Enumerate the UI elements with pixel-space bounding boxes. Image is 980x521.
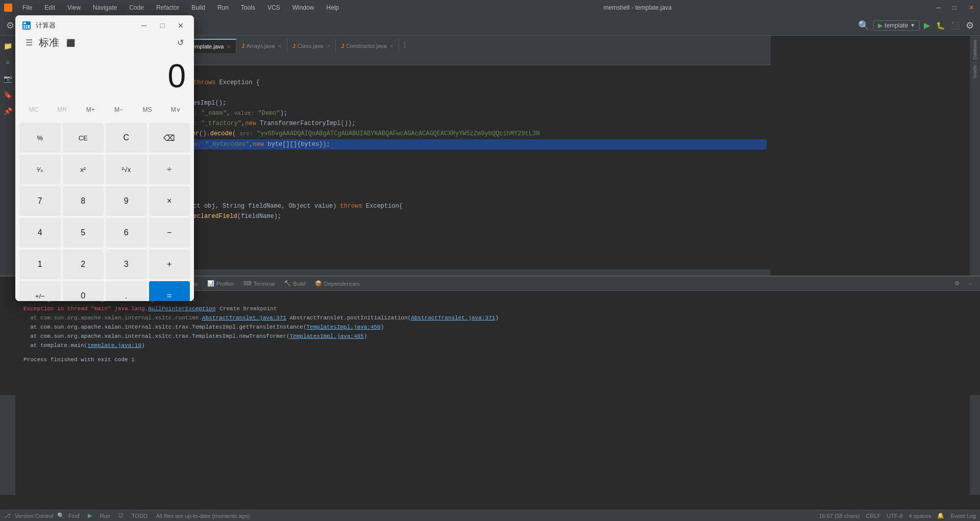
todo-status-icon[interactable]: ☑: [118, 512, 124, 519]
bottom-tab-build[interactable]: 🔨 Build: [280, 278, 309, 289]
calc-mplus-button[interactable]: M+: [76, 101, 105, 119]
calc-multiply-button[interactable]: ×: [149, 186, 190, 216]
run-button[interactable]: ▶: [922, 19, 932, 31]
maximize-button[interactable]: □: [951, 3, 959, 12]
find-status-label[interactable]: Find: [68, 513, 79, 519]
calc-maximize-button[interactable]: □: [155, 18, 169, 33]
calc-menu-icon[interactable]: ☰: [23, 36, 35, 49]
status-crlf[interactable]: CRLF: [866, 513, 881, 519]
menu-view[interactable]: View: [65, 3, 83, 12]
calc-6-button[interactable]: 6: [106, 218, 147, 247]
calc-2-button[interactable]: 2: [63, 250, 104, 279]
calc-decimal-button[interactable]: .: [106, 281, 147, 301]
menu-window[interactable]: Window: [290, 3, 316, 12]
toolbar-settings-icon[interactable]: ⚙: [4, 19, 16, 32]
sidebar-pin-icon[interactable]: 📌: [2, 105, 14, 117]
panel-settings-icon[interactable]: ⚙: [950, 278, 964, 289]
sidebar-bookmark-icon[interactable]: 🔖: [2, 89, 14, 101]
calc-reciprocal-button[interactable]: ¹⁄ₓ: [19, 155, 61, 184]
menu-build[interactable]: Build: [189, 3, 207, 12]
calc-mc-button[interactable]: MC: [19, 101, 48, 119]
menu-run[interactable]: Run: [215, 3, 231, 12]
calc-5-button[interactable]: 5: [63, 218, 104, 247]
run-config-selector[interactable]: ▶ template ▼: [873, 20, 920, 31]
calc-mr-button[interactable]: MR: [48, 101, 77, 119]
event-log-icon[interactable]: 🔔: [937, 512, 944, 519]
calc-ms-button[interactable]: MS: [133, 101, 162, 119]
find-status-icon[interactable]: 🔍: [57, 512, 64, 519]
stack3-link[interactable]: TemplatesImpl.java:485: [290, 333, 364, 339]
menu-edit[interactable]: Edit: [42, 3, 57, 12]
tab-close-2[interactable]: ✕: [227, 44, 231, 49]
status-vcs-text[interactable]: Version Control: [15, 513, 53, 519]
status-line-col[interactable]: 16:67 (58 chars): [819, 513, 860, 519]
tab-close-5[interactable]: ✕: [389, 43, 394, 49]
menu-help[interactable]: Help: [324, 3, 341, 12]
calc-square-button[interactable]: x²: [63, 155, 104, 184]
event-log-label[interactable]: Event Log: [950, 513, 976, 519]
bottom-tab-dependencies[interactable]: 📦 Dependencies: [311, 278, 364, 289]
calc-percent-button[interactable]: %: [19, 123, 61, 153]
calc-1-button[interactable]: 1: [19, 250, 61, 279]
sidebar-structure-icon[interactable]: ≡: [4, 56, 12, 68]
toolbar-search-icon[interactable]: 🔍: [856, 19, 871, 32]
calc-3-button[interactable]: 3: [106, 250, 147, 279]
run-status-icon[interactable]: ▶: [88, 512, 92, 519]
panel-collapse-icon[interactable]: −: [965, 279, 976, 289]
calc-divide-button[interactable]: ÷: [149, 155, 190, 184]
stack1-link[interactable]: AbstractTranslet.java:371: [202, 315, 286, 321]
stack2-link[interactable]: TemplatesImpl.java:458: [307, 324, 381, 330]
status-encoding[interactable]: UTF-8: [887, 513, 902, 519]
bottom-tab-profiler[interactable]: 📊 Profiler: [203, 278, 238, 289]
sidebar-project-icon[interactable]: 📁: [2, 40, 14, 52]
status-indent[interactable]: 4 spaces: [909, 513, 931, 519]
calc-row-4: 4 5 6 −: [19, 218, 190, 247]
error-link[interactable]: NullPointerException: [148, 306, 215, 312]
tab-close-4[interactable]: ✕: [326, 43, 330, 49]
calc-equals-button[interactable]: =: [149, 281, 190, 301]
create-breakpoint-text[interactable]: Create breakpoint: [219, 306, 277, 312]
debug-button[interactable]: 🐛: [934, 20, 947, 31]
tab-class[interactable]: J Class.java ✕: [287, 39, 336, 53]
menu-vcs[interactable]: VCS: [265, 3, 282, 12]
gear-icon[interactable]: ⚙: [964, 19, 976, 32]
calc-4-button[interactable]: 4: [19, 218, 61, 247]
tab-constructor[interactable]: J Constructor.java ✕: [336, 39, 399, 53]
calc-add-button[interactable]: +: [149, 250, 190, 279]
close-button[interactable]: ✕: [967, 3, 976, 12]
calc-c-button[interactable]: C: [106, 123, 147, 153]
calc-negate-button[interactable]: +/−: [19, 281, 61, 301]
calc-7-button[interactable]: 7: [19, 186, 61, 216]
calc-ce-button[interactable]: CE: [63, 123, 104, 153]
calc-0-button[interactable]: 0: [63, 281, 104, 301]
vcs-status-icon[interactable]: ⎇: [4, 512, 11, 519]
tab-close-3[interactable]: ✕: [278, 43, 282, 49]
todo-status-label[interactable]: TODO: [132, 513, 148, 519]
calc-8-button[interactable]: 8: [63, 186, 104, 216]
tabs-overflow-icon[interactable]: ⋮: [401, 40, 408, 48]
menu-tools[interactable]: Tools: [239, 3, 257, 12]
stop-button[interactable]: ⬛: [949, 20, 962, 31]
menu-refactor[interactable]: Refactor: [154, 3, 181, 12]
calc-backspace-button[interactable]: ⌫: [149, 123, 190, 153]
minimize-button[interactable]: ─: [934, 3, 943, 12]
stack4-link[interactable]: template.java:18: [87, 342, 141, 349]
calc-subtract-button[interactable]: −: [149, 218, 190, 247]
menu-file[interactable]: File: [20, 3, 34, 12]
tab-arrays[interactable]: J Arrays.java ✕: [236, 39, 287, 53]
calc-history-icon[interactable]: ↺: [175, 36, 186, 49]
right-sidebar-gradle-label[interactable]: Gradle: [971, 63, 978, 81]
calc-mminus-button[interactable]: M−: [105, 101, 133, 119]
calc-minimize-button[interactable]: ─: [137, 18, 151, 33]
calc-mv-button[interactable]: M∨: [161, 101, 190, 119]
right-sidebar-database-label[interactable]: Database: [971, 38, 978, 62]
sidebar-camera-icon[interactable]: 📷: [2, 72, 14, 85]
menu-navigate[interactable]: Navigate: [91, 3, 119, 12]
run-status-label[interactable]: Run: [100, 513, 110, 519]
menu-code[interactable]: Code: [127, 3, 146, 12]
calc-sqrt-button[interactable]: ²√x: [106, 155, 147, 184]
bottom-tab-terminal[interactable]: ⌨ Terminal: [239, 278, 279, 289]
calc-9-button[interactable]: 9: [106, 186, 147, 216]
calc-close-button[interactable]: ✕: [174, 18, 188, 33]
stack1-link2[interactable]: AbstractTranslet.java:371: [411, 315, 495, 321]
